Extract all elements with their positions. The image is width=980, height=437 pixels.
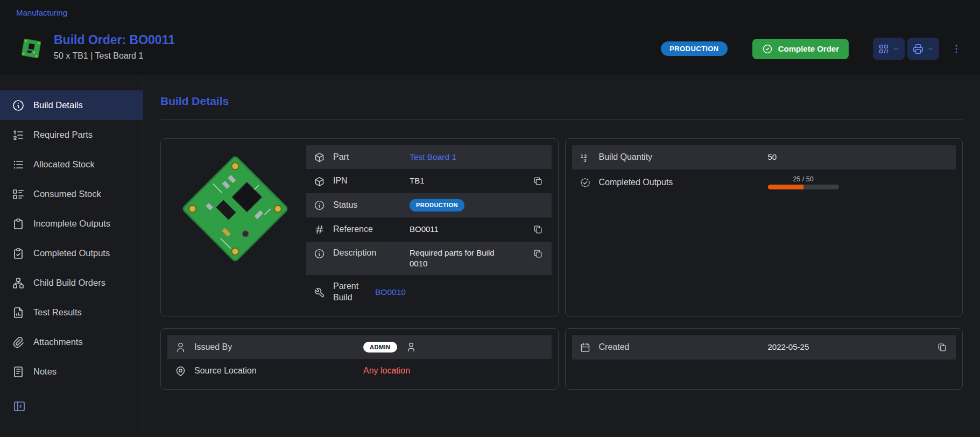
- copy-button[interactable]: [532, 223, 544, 236]
- sidebar-item-completed-outputs[interactable]: Completed Outputs: [0, 238, 143, 268]
- sidebar-item-test-results[interactable]: Test Results: [0, 298, 143, 327]
- detail-label: Issued By: [194, 342, 356, 353]
- sidebar-divider: [0, 391, 143, 391]
- copy-icon: [533, 176, 543, 186]
- printer-icon: [912, 43, 924, 55]
- status-badge: PRODUCTION: [410, 199, 464, 212]
- detail-value: 50: [768, 152, 949, 163]
- list-numbers-icon: [12, 129, 25, 142]
- paperclip-icon: [12, 336, 25, 349]
- pcb-thumbnail: [16, 34, 46, 62]
- status-badge: PRODUCTION: [661, 41, 727, 56]
- source-location-value: Any location: [363, 365, 544, 377]
- sidebar-item-label: Incomplete Outputs: [33, 219, 110, 229]
- file-report-icon: [12, 306, 25, 319]
- detail-label: IPN: [333, 175, 402, 187]
- chevron-down-icon: [892, 45, 900, 53]
- detail-label: Completed Outputs: [599, 177, 760, 188]
- breadcrumb-link-manufacturing[interactable]: Manufacturing: [16, 8, 67, 17]
- header-actions: PRODUCTION Complete Order: [661, 38, 964, 60]
- progress-text: 25 / 50: [793, 175, 813, 183]
- detail-row-completed-outputs: Completed Outputs 25 / 50: [572, 170, 956, 195]
- copy-icon: [533, 249, 543, 259]
- detail-row-reference: Reference BO0011: [306, 217, 552, 242]
- sidebar-item-consumed-stock[interactable]: Consumed Stock: [0, 179, 143, 209]
- sidebar-item-child-build-orders[interactable]: Child Build Orders: [0, 268, 143, 298]
- sidebar-item-label: Required Parts: [33, 130, 93, 140]
- admin-badge: ADMIN: [363, 342, 397, 353]
- overflow-menu-button[interactable]: [949, 41, 964, 57]
- sidebar-item-incomplete-outputs[interactable]: Incomplete Outputs: [0, 209, 143, 238]
- tools-icon: [314, 286, 326, 298]
- created-panel: Created 2022-05-25: [565, 328, 963, 390]
- detail-row-issued-by: Issued By ADMIN: [167, 335, 552, 359]
- sidebar-item-build-details[interactable]: Build Details: [0, 90, 143, 120]
- copy-button[interactable]: [936, 341, 948, 354]
- created-value: 2022-05-25: [768, 342, 929, 353]
- detail-row-build-quantity: 1 2 3 Build Quantity 50: [572, 145, 956, 170]
- sidebar-item-label: Completed Outputs: [33, 248, 110, 258]
- sidebar-collapse-button[interactable]: [11, 398, 28, 415]
- sitemap-icon: [12, 277, 25, 290]
- page-header: Build Order: BO0011 50 x TB1 | Test Boar…: [0, 25, 980, 75]
- page-title: Build Order: BO0011: [54, 33, 175, 47]
- sidebar-item-label: Notes: [33, 366, 57, 377]
- copy-icon: [937, 342, 947, 353]
- sidebar-item-notes[interactable]: Notes: [0, 357, 143, 386]
- copy-button[interactable]: [532, 175, 544, 187]
- barcode-actions-button[interactable]: [873, 38, 905, 60]
- list-details-icon: [12, 188, 25, 201]
- sidebar-item-attachments[interactable]: Attachments: [0, 327, 143, 357]
- detail-label: Build Quantity: [599, 152, 760, 163]
- breadcrumb: Manufacturing: [0, 0, 980, 25]
- numbers-123-icon: 1 2 3: [580, 151, 591, 164]
- sidebar-item-allocated-stock[interactable]: Allocated Stock: [0, 150, 143, 179]
- svg-text:3: 3: [583, 158, 586, 163]
- main-content: Build Details: [143, 75, 980, 437]
- progress-bar: [768, 185, 839, 189]
- header-titles: Build Order: BO0011 50 x TB1 | Test Boar…: [54, 33, 175, 61]
- heading-divider: [160, 119, 963, 120]
- user-icon: [406, 342, 417, 353]
- chevron-down-icon: [927, 45, 934, 53]
- print-actions-button[interactable]: [907, 38, 939, 60]
- page-section-heading: Build Details: [160, 95, 963, 108]
- detail-row-created: Created 2022-05-25: [572, 335, 956, 360]
- sidebar-item-label: Child Build Orders: [33, 278, 105, 288]
- detail-value: TB1: [410, 175, 524, 186]
- map-pin-icon: [175, 365, 187, 377]
- detail-value: PRODUCTION: [410, 199, 544, 212]
- dots-vertical-icon: [951, 44, 962, 54]
- completed-outputs-progress: 25 / 50: [768, 175, 839, 189]
- package-icon: [314, 175, 326, 187]
- circle-check-icon: [762, 44, 773, 54]
- app-window: Manufacturing Build Order: BO0011 50 x T…: [0, 0, 980, 437]
- sidebar: Build Details Required Parts Allocated S…: [0, 75, 143, 437]
- detail-row-description: Description Required parts for Build 001…: [306, 242, 552, 276]
- sidebar-item-label: Build Details: [33, 100, 83, 110]
- build-details-panel: Part Test Board 1 IPN TB1: [160, 138, 559, 316]
- copy-icon: [533, 224, 543, 235]
- package-icon: [314, 151, 326, 163]
- sidebar-item-required-parts[interactable]: Required Parts: [0, 120, 143, 150]
- detail-label: Created: [599, 342, 760, 353]
- parent-build-link[interactable]: BO0010: [375, 287, 544, 298]
- detail-label: Status: [333, 200, 402, 211]
- user-icon: [175, 341, 187, 353]
- complete-order-label: Complete Order: [778, 44, 839, 53]
- detail-row-status: Status PRODUCTION: [306, 193, 552, 217]
- complete-order-button[interactable]: Complete Order: [752, 39, 849, 59]
- info-circle-icon: [12, 99, 25, 112]
- detail-value: Required parts for Build 0010: [410, 248, 501, 270]
- detail-row-source-location: Source Location Any location: [167, 359, 552, 383]
- sidebar-collapse-icon: [13, 400, 26, 413]
- issue-panel: Issued By ADMIN Source Location: [160, 328, 559, 390]
- info-circle-icon: [314, 248, 326, 259]
- detail-label: Reference: [333, 224, 402, 235]
- completed-progress-fill: [768, 185, 803, 189]
- clipboard-check-icon: [12, 247, 25, 260]
- detail-label: Description: [333, 248, 402, 259]
- part-link[interactable]: Test Board 1: [410, 152, 544, 163]
- copy-button[interactable]: [532, 248, 544, 260]
- detail-row-ipn: IPN TB1: [306, 169, 552, 193]
